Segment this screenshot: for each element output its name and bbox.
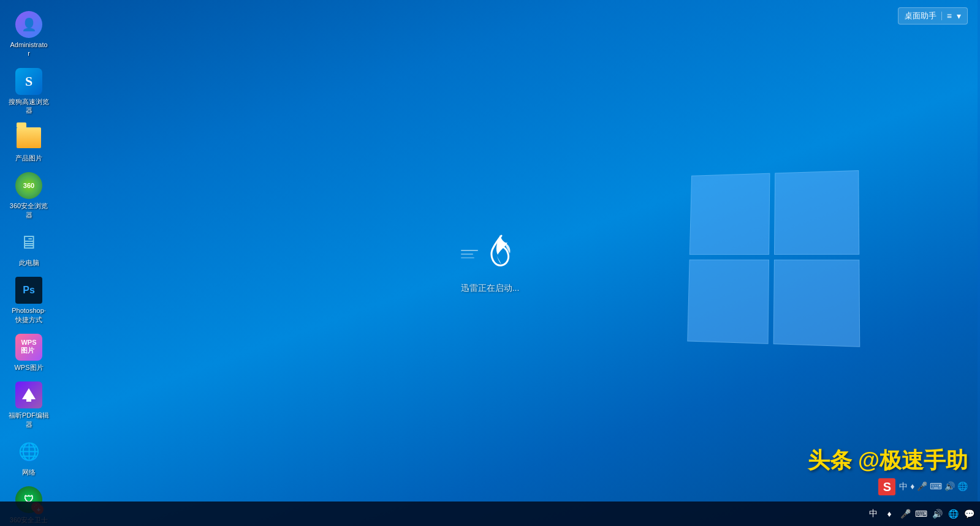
taskbar-sys-icons: 中 ♦ 🎤 ⌨ 🔊 🌐 [899,481,968,492]
sogou-logo: S [15,68,42,95]
administrator-label: Administrator [10,40,47,58]
icon-360-browser[interactable]: 360 360安全浏览器 [4,168,53,223]
desktop-icons-area: 👤 Administrator S 搜狗高速浏览器 产品图片 360 360安全… [0,0,64,526]
icon-sogou-browser[interactable]: S 搜狗高速浏览器 [4,64,53,119]
taskbar-chat-icon[interactable]: 💬 [963,508,975,520]
win-logo-cell-br [773,260,860,347]
icon-administrator[interactable]: 👤 Administrator [4,7,53,62]
fuxin-pdf-logo [15,381,42,408]
taskbar-volume-icon[interactable]: 🔊 [931,508,943,520]
watermark-area: 头条 @极速手助 S 中 ♦ 🎤 ⌨ 🔊 🌐 [808,446,968,495]
right-scrollbar [978,0,980,502]
helper-divider [941,12,942,20]
360browser-label: 360安全浏览器 [7,201,51,219]
xunlei-loading-overlay: 迅雷正在启动... [461,233,520,294]
administrator-avatar: 👤 [15,11,42,38]
watermark-sub-area: S 中 ♦ 🎤 ⌨ 🔊 🌐 [878,478,968,495]
xunlei-bird-svg [483,233,520,276]
taskbar-system-tray: 中 ♦ 🎤 ⌨ 🔊 🌐 💬 [867,508,975,520]
icon-network[interactable]: 🌐 网络 [4,435,53,480]
icon-photoshop[interactable]: Ps Photoshop·快捷方式 [4,273,53,328]
icon-products-folder[interactable]: 产品图片 [4,121,53,166]
icon-wps-img[interactable]: WPS图片 WPS图片 [4,330,53,375]
network-logo: 🌐 [15,438,42,465]
icon-this-pc[interactable]: 🖥 此电脑 [4,225,53,271]
windows-logo [686,171,857,343]
taskbar-diamond-icon[interactable]: ♦ [883,508,895,520]
taskbar-mic-icon[interactable]: 🎤 [899,508,911,520]
svg-rect-1 [26,398,31,402]
watermark-title: 头条 @极速手助 [808,446,968,476]
360browser-logo: 360 [15,172,42,199]
folder-icon [17,127,41,148]
taskbar-keyboard-icon[interactable]: ⌨ [915,508,927,520]
network-label: 网络 [22,468,36,476]
xunlei-loading-text: 迅雷正在启动... [461,283,520,294]
xunlei-bird-container [461,233,520,276]
ps-logo: Ps [15,277,42,304]
wps-img-label: WPS图片 [14,363,43,372]
products-folder-label: 产品图片 [15,154,42,162]
taskbar-lang-icon[interactable]: 中 [867,508,879,520]
fuxin-pdf-label: 福昕PDF编辑器 [7,411,51,429]
sogou-label: 搜狗高速浏览器 [7,97,51,115]
desktop-helper-widget[interactable]: 桌面助手 ≡ ▾ [898,7,968,24]
watermark-s-badge: S [878,478,895,495]
svg-marker-0 [22,388,36,399]
this-pc-label: 此电脑 [19,258,39,267]
wps-img-logo: WPS图片 [15,334,42,361]
win-logo-cell-bl [687,260,769,344]
win-logo-cell-tl [689,173,770,255]
taskbar: 中 ♦ 🎤 ⌨ 🔊 🌐 💬 [0,502,980,526]
win-logo-cell-tr [774,170,859,255]
helper-dropdown-icon[interactable]: ▾ [957,11,961,21]
this-pc-logo: 🖥 [15,229,42,256]
photoshop-label: Photoshop·快捷方式 [12,306,46,324]
taskbar-network-icon[interactable]: 🌐 [947,508,959,520]
icon-fuxin-pdf[interactable]: 福昕PDF编辑器 [4,378,53,432]
speed-lines [461,250,478,258]
helper-menu-icon[interactable]: ≡ [947,11,952,21]
desktop-helper-label: 桌面助手 [905,10,936,21]
